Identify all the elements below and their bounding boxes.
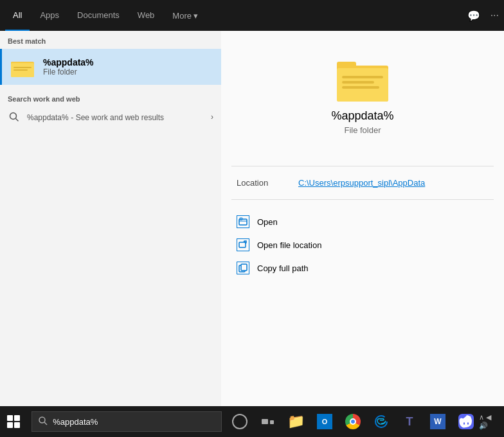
tab-web[interactable]: Web bbox=[130, 0, 163, 31]
svg-rect-11 bbox=[342, 81, 374, 84]
best-match-title: %appdata% bbox=[43, 57, 94, 67]
divider-2 bbox=[231, 199, 494, 200]
main-area: Best match %appdata% File folder bbox=[0, 31, 504, 406]
tab-more[interactable]: More ▾ bbox=[165, 8, 206, 23]
open-file-location-icon bbox=[237, 238, 249, 251]
task-view-icon bbox=[262, 419, 274, 424]
svg-point-5 bbox=[10, 113, 17, 120]
taskbar-search-box[interactable]: %appdata% bbox=[32, 411, 222, 432]
copy-full-path-icon bbox=[237, 262, 249, 274]
copy-full-path-action[interactable]: Copy full path bbox=[221, 256, 504, 280]
chevron-down-icon: ▾ bbox=[194, 11, 198, 21]
right-icon-area: %appdata% File folder bbox=[331, 57, 393, 150]
open-icon bbox=[237, 215, 249, 228]
search-icon bbox=[8, 111, 21, 123]
divider bbox=[231, 166, 494, 166]
taskbar-icons: 📁 O T W bbox=[227, 406, 479, 437]
copy-full-path-label: Copy full path bbox=[257, 263, 309, 273]
chrome-button[interactable] bbox=[340, 406, 366, 437]
edge-button[interactable] bbox=[368, 406, 394, 437]
best-match-text: %appdata% File folder bbox=[43, 57, 94, 76]
svg-line-6 bbox=[16, 119, 19, 121]
open-file-location-label: Open file location bbox=[257, 240, 321, 250]
location-value[interactable]: C:\Users\erpsupport_sipl\AppData bbox=[298, 178, 425, 188]
taskbar: %appdata% 📁 O bbox=[0, 406, 504, 437]
search-web-item[interactable]: %appdata% - See work and web results › bbox=[0, 105, 221, 129]
search-web-section: Search work and web %appdata% - See work… bbox=[0, 85, 221, 134]
start-button[interactable] bbox=[0, 406, 26, 437]
chevron-right-icon: › bbox=[211, 112, 213, 121]
svg-rect-4 bbox=[14, 69, 28, 71]
edge-icon bbox=[374, 414, 389, 429]
svg-rect-10 bbox=[342, 76, 383, 78]
cortana-icon bbox=[232, 414, 248, 429]
svg-rect-12 bbox=[342, 86, 379, 89]
more-options-icon[interactable]: ··· bbox=[491, 10, 499, 21]
taskbar-search-icon bbox=[39, 416, 48, 427]
open-action[interactable]: Open bbox=[221, 210, 504, 233]
cortana-button[interactable] bbox=[227, 406, 253, 437]
file-explorer-icon: 📁 bbox=[287, 413, 305, 430]
word-button[interactable]: W bbox=[425, 406, 451, 437]
system-tray: ∧ ◀ 🔊 bbox=[479, 413, 499, 430]
windows-logo bbox=[7, 415, 20, 428]
open-file-location-action[interactable]: Open file location bbox=[221, 233, 504, 256]
folder-large-icon bbox=[337, 57, 388, 102]
best-match-subtitle: File folder bbox=[43, 67, 94, 76]
taskbar-search-text: %appdata% bbox=[53, 417, 98, 427]
outlook-icon: O bbox=[317, 414, 332, 429]
best-match-label: Best match bbox=[0, 31, 221, 49]
task-view-button[interactable] bbox=[255, 406, 281, 437]
left-panel: Best match %appdata% File folder bbox=[0, 31, 221, 406]
top-navigation: All Apps Documents Web More ▾ 💬 ··· bbox=[0, 0, 504, 31]
right-subtitle: File folder bbox=[344, 125, 381, 135]
tab-apps[interactable]: Apps bbox=[32, 0, 67, 31]
action-list: Open Open file location bbox=[221, 205, 504, 285]
tab-documents[interactable]: Documents bbox=[69, 0, 127, 31]
chrome-icon bbox=[345, 414, 361, 429]
feedback-icon[interactable]: 💬 bbox=[467, 10, 480, 22]
right-panel: %appdata% File folder Location C:\Users\… bbox=[221, 31, 504, 406]
folder-icon-small bbox=[10, 54, 35, 80]
svg-rect-17 bbox=[241, 264, 247, 271]
search-web-text: %appdata% - See work and web results bbox=[27, 112, 164, 122]
tab-all[interactable]: All bbox=[5, 0, 30, 31]
word-icon: W bbox=[430, 414, 446, 429]
search-web-label: Search work and web bbox=[0, 90, 221, 105]
svg-point-18 bbox=[39, 417, 45, 423]
location-label: Location bbox=[237, 178, 288, 188]
discord-button[interactable] bbox=[453, 406, 479, 437]
nav-right-icons: 💬 ··· bbox=[467, 10, 499, 22]
outlook-button[interactable]: O bbox=[312, 406, 338, 437]
svg-rect-9 bbox=[337, 68, 388, 102]
svg-line-19 bbox=[44, 422, 47, 425]
right-title: %appdata% bbox=[331, 109, 393, 123]
svg-rect-3 bbox=[14, 67, 32, 68]
file-explorer-button[interactable]: 📁 bbox=[284, 406, 309, 437]
open-label: Open bbox=[257, 217, 278, 227]
teams-icon: T bbox=[406, 415, 413, 429]
location-row: Location C:\Users\erpsupport_sipl\AppDat… bbox=[221, 172, 504, 194]
teams-button[interactable]: T bbox=[397, 406, 422, 437]
svg-rect-15 bbox=[239, 242, 246, 247]
best-match-item[interactable]: %appdata% File folder bbox=[0, 49, 221, 85]
discord-icon bbox=[458, 414, 474, 429]
taskbar-right: ∧ ◀ 🔊 bbox=[479, 413, 504, 430]
